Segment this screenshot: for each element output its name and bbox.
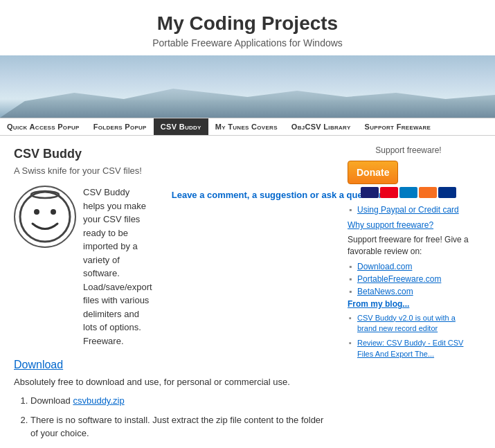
why-support-link[interactable]: Why support freeware? [348, 220, 469, 230]
blog-link[interactable]: From my blog... [348, 299, 469, 309]
list-item: Run the .EXE file from this folder (choo… [30, 446, 325, 449]
amex-icon [399, 187, 417, 198]
main-nav: Quick Access Popup Folders Popup CSV Bud… [0, 118, 495, 136]
mastercard-icon [380, 187, 398, 198]
app-icon [14, 186, 76, 248]
svg-point-3 [51, 209, 56, 215]
free-text: Absolutely free to download and use, for… [14, 377, 325, 387]
site-header: My Coding Projects Portable Freeware App… [0, 0, 495, 55]
portablefreeware-link[interactable]: PortableFreeware.com [348, 274, 469, 284]
betanews-link[interactable]: BetaNews.com [348, 287, 469, 296]
support-label: Support freeware! [348, 145, 469, 155]
paypal-icon [438, 187, 456, 198]
smiley-svg [17, 189, 73, 244]
nav-item-csv-buddy[interactable]: CSV Buddy [154, 118, 208, 135]
site-subtitle: Portable Freeware Applications for Windo… [0, 37, 495, 48]
app-intro-row: CSV Buddy helps you make your CSV files … [14, 186, 325, 348]
visa-icon [361, 187, 379, 198]
banner-mountains [0, 76, 495, 118]
site-title: My Coding Projects [0, 12, 495, 35]
nav-item-quick-access[interactable]: Quick Access Popup [0, 118, 87, 135]
download-com-link[interactable]: Download.com [348, 262, 469, 271]
blog-post-1-link[interactable]: CSV Buddy v2.0 is out with a brand new r… [348, 313, 469, 334]
list-item: Download csvbuddy.zip [30, 394, 325, 408]
banner-image [0, 55, 495, 118]
nav-item-support[interactable]: Support Freeware [358, 118, 438, 135]
app-description: CSV Buddy helps you make your CSV files … [83, 186, 152, 348]
nav-item-my-tunes[interactable]: My Tunes Covers [208, 118, 285, 135]
download-link[interactable]: Download [14, 359, 325, 371]
blog-post-2-link[interactable]: Review: CSV Buddy - Edit CSV Files And E… [348, 338, 469, 359]
review-intro-text: Support freeware for free! Give a favora… [348, 234, 469, 258]
paypal-link[interactable]: Using Paypal or Credit card [348, 205, 469, 215]
discover-icon [419, 187, 437, 198]
svg-point-0 [20, 192, 70, 242]
csvbuddy-zip-link[interactable]: csvbuddy.zip [73, 395, 124, 406]
nav-item-folders-popup[interactable]: Folders Popup [87, 118, 154, 135]
content-area: CSV Buddy A Swiss knife for your CSV fil… [0, 136, 339, 448]
tagline: A Swiss knife for your CSV files! [14, 165, 325, 176]
paypal-card-icons [348, 187, 469, 198]
donate-button[interactable]: Donate [348, 161, 398, 184]
nav-item-objcsv[interactable]: ObjCSV Library [285, 118, 358, 135]
list-item: There is no software to install. Just ex… [30, 413, 325, 440]
main-layout: CSV Buddy A Swiss knife for your CSV fil… [0, 136, 495, 448]
steps-list: Download csvbuddy.zip There is no softwa… [30, 394, 325, 448]
page-title: CSV Buddy [14, 147, 325, 161]
sidebar: Support freeware! Donate Using Paypal or… [339, 136, 478, 448]
svg-point-2 [34, 209, 39, 215]
